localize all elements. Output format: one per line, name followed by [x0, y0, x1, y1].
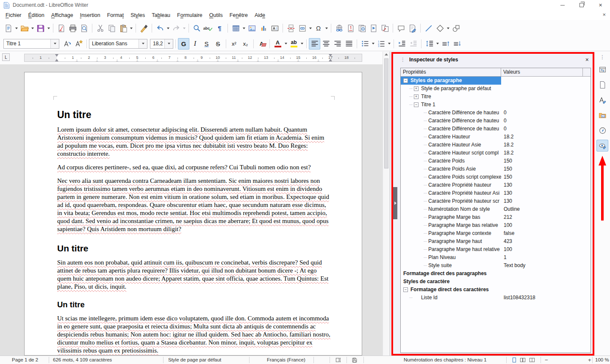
insert-field-button[interactable] [297, 22, 308, 34]
line-spacing-button[interactable] [424, 38, 435, 50]
open-file-dropdown[interactable] [30, 22, 35, 34]
open-file-button[interactable] [19, 22, 30, 34]
spelling-button[interactable]: abc [202, 22, 214, 34]
sidebar-hide-handle[interactable] [393, 187, 397, 219]
inspector-row[interactable]: Caractère Hauteur script compl18.2 [401, 149, 591, 157]
clone-formatting-button[interactable] [138, 22, 150, 34]
align-center-button[interactable] [320, 38, 332, 50]
restore-button[interactable] [572, 0, 591, 10]
print-button[interactable] [67, 22, 78, 34]
sidebar-menu-button[interactable]: ⋮ [600, 54, 605, 61]
tab-stop-selector[interactable]: L [2, 53, 10, 61]
panel-close-button[interactable]: × [583, 56, 591, 63]
menu-item[interactable]: Tableau [148, 11, 174, 19]
view-multiple-pages-button[interactable] [520, 357, 526, 363]
menu-item[interactable]: Affichage [48, 11, 77, 19]
panel-grip-icon[interactable]: ⋮ [400, 57, 405, 63]
inspector-row[interactable]: Style suiteText body [401, 262, 591, 270]
minimize-button[interactable] [553, 0, 572, 10]
status-page-number[interactable]: Page 1 de 2 [12, 357, 38, 362]
expand-toggle-icon[interactable]: + [414, 94, 419, 99]
paste-button[interactable] [117, 22, 129, 34]
font-size-combo[interactable]: 18,2 pt [150, 39, 173, 49]
zoom-in-button[interactable]: + [588, 357, 591, 363]
paste-dropdown[interactable] [129, 22, 133, 34]
close-button[interactable]: × [591, 0, 610, 10]
new-document-button[interactable] [3, 22, 14, 34]
italic-button[interactable]: I [189, 38, 201, 50]
zoom-out-button[interactable]: − [545, 357, 548, 363]
align-justify-button[interactable] [343, 38, 355, 50]
inspector-row[interactable]: Paragraphe Marge bas relative100 [401, 221, 591, 229]
unordered-list-dropdown[interactable] [371, 38, 375, 50]
find-replace-button[interactable] [191, 22, 202, 34]
font-color-dropdown[interactable] [283, 38, 288, 50]
update-style-button[interactable] [61, 38, 73, 50]
zoom-percentage[interactable]: 100 % [595, 357, 609, 362]
document-page[interactable]: Un titreLorem ipsum dolor sit amet, cons… [24, 72, 362, 356]
highlight-color-dropdown[interactable] [299, 38, 304, 50]
strikethrough-button[interactable]: S [212, 38, 224, 50]
print-preview-button[interactable] [78, 22, 90, 34]
column-properties[interactable]: Propriétés [401, 68, 501, 76]
left-indent-marker[interactable] [55, 54, 59, 61]
insert-image-button[interactable] [246, 22, 258, 34]
inspector-row[interactable]: Caractère Hauteur18.2 [401, 133, 591, 141]
menu-item[interactable]: Insertion [77, 11, 104, 19]
inspector-row[interactable]: Caractère Propriété hauteur scr130 [401, 197, 591, 205]
undo-dropdown[interactable] [166, 22, 170, 34]
line-spacing-dropdown[interactable] [435, 38, 440, 50]
undo-button[interactable] [154, 22, 166, 34]
inspector-row[interactable]: Caractère Différence de hauteu0 [401, 125, 591, 133]
font-size-dropdown[interactable] [164, 39, 173, 48]
status-page-style[interactable]: Style de page par défaut [168, 357, 221, 362]
insert-line-button[interactable] [423, 22, 434, 34]
font-name-combo[interactable]: Liberation Sans [89, 39, 147, 49]
clear-formatting-button[interactable]: A [256, 38, 267, 50]
font-color-button[interactable]: A [272, 38, 283, 50]
inspector-row[interactable]: Paragraphe Marge haut423 [401, 237, 591, 245]
insert-hyperlink-button[interactable] [333, 22, 345, 34]
inspector-row[interactable]: −Titre 1 [401, 101, 591, 109]
menu-item[interactable]: Formulaire [174, 11, 206, 19]
inspector-row[interactable]: Caractère Propriété hauteur130 [401, 181, 591, 189]
column-values[interactable]: Valeurs [501, 68, 583, 76]
inspector-row[interactable]: Numérotation Nom de styleOutline [401, 205, 591, 213]
paragraph[interactable]: Lorem ipsum dolor sit amet, consectetur … [57, 126, 331, 158]
tab-page[interactable] [596, 79, 608, 91]
menu-item[interactable]: Édition [25, 11, 48, 19]
scrollbar-thumb[interactable] [384, 58, 388, 168]
tab-properties[interactable] [596, 63, 608, 75]
status-chapter-numbering[interactable]: Numérotation des chapitres : Niveau 1 [404, 357, 487, 362]
tab-gallery[interactable] [596, 109, 608, 121]
inspector-row[interactable]: Liste Idlist108432318 [401, 294, 591, 302]
paragraph[interactable]: Sin autem eos non probabat, quid attinui… [57, 259, 331, 291]
paragraph-style-combo[interactable]: Titre 1 [3, 39, 59, 49]
inspector-row[interactable]: +Titre [401, 93, 591, 101]
menu-item[interactable]: Outils [206, 11, 226, 19]
heading[interactable]: Un titre [57, 300, 331, 309]
save-status-indicator[interactable] [352, 357, 358, 363]
insert-footnote-button[interactable] [345, 22, 356, 34]
inspector-row[interactable]: Paragraphe Marge haut relative100 [401, 245, 591, 254]
inspector-row[interactable]: Paragraphe Marge bas212 [401, 213, 591, 221]
inspector-row[interactable]: Caractère Poids Asie150 [401, 165, 591, 173]
right-indent-marker[interactable] [329, 54, 333, 61]
special-character-button[interactable]: Ω [313, 22, 324, 34]
inspector-row[interactable]: Paragraphe Marge contextefalse [401, 229, 591, 237]
menu-item[interactable]: Format [104, 11, 128, 19]
paragraph[interactable]: Ut scias me intellegere, primum idem ess… [57, 314, 331, 355]
insert-text-box-button[interactable] [269, 22, 280, 34]
menu-item[interactable]: Fenêtre [226, 11, 251, 19]
subscript-button[interactable]: x₂ [240, 38, 251, 50]
heading[interactable]: Un titre [57, 109, 331, 120]
menu-item[interactable]: Fichier [2, 11, 25, 19]
align-right-button[interactable] [332, 38, 343, 50]
align-left-button[interactable] [309, 38, 320, 50]
menu-item[interactable]: Styles [127, 11, 148, 19]
superscript-button[interactable]: x² [228, 38, 240, 50]
underline-button[interactable]: S [201, 38, 212, 50]
bold-button[interactable]: G [178, 38, 189, 50]
paragraph-style-dropdown[interactable] [50, 39, 59, 48]
redo-button[interactable] [170, 22, 182, 34]
